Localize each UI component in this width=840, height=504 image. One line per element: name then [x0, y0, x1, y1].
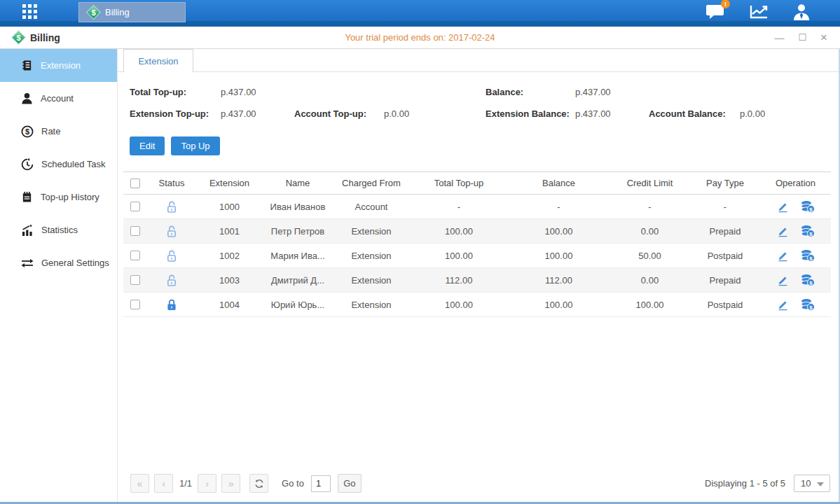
account-topup-label: Account Top-up: — [294, 103, 384, 125]
row-checkbox[interactable] — [130, 202, 140, 211]
billing-diamond-icon: $ — [88, 6, 99, 18]
lock-open-icon — [166, 274, 177, 286]
rate-icon: $ — [21, 125, 34, 138]
prev-page-button[interactable]: ‹ — [154, 474, 173, 493]
topup-icon[interactable]: $ — [801, 200, 815, 213]
sidebar-item-general-settings[interactable]: General Settings — [0, 246, 117, 279]
goto-page-input[interactable] — [311, 475, 331, 492]
apps-grid-icon[interactable] — [22, 4, 37, 19]
topup-icon[interactable]: $ — [801, 225, 815, 237]
balance-value: p.437.00 — [575, 81, 649, 103]
table-row: 1001 Петр Петров Extension 100.00 100.00… — [123, 219, 831, 244]
sidebar-item-label: Scheduled Task — [41, 159, 106, 169]
billing-title-diamond-icon: $ — [13, 31, 25, 43]
sidebar-item-statistics[interactable]: Statistics — [0, 214, 117, 246]
cell-pay-type: - — [690, 202, 760, 212]
row-checkbox[interactable] — [130, 226, 140, 236]
refresh-button[interactable] — [249, 474, 268, 493]
last-page-button[interactable]: » — [221, 474, 240, 493]
minimize-button[interactable]: — — [774, 33, 784, 43]
lock-open-icon — [166, 249, 177, 262]
svg-text:$: $ — [25, 127, 29, 136]
sidebar-item-label: Statistics — [41, 225, 78, 235]
notification-badge: ! — [721, 0, 730, 8]
billing-app-tab[interactable]: $ Billing — [78, 2, 186, 22]
cell-name: Петр Петров — [263, 226, 333, 237]
edit-icon[interactable] — [777, 225, 789, 237]
cell-extension: 1004 — [196, 300, 263, 310]
tab-extension[interactable]: Extension — [123, 49, 193, 72]
column-header-pay-type: Pay Type — [690, 178, 760, 188]
lock-closed-icon — [166, 298, 177, 311]
extension-balance-label: Extension Balance: — [486, 103, 575, 125]
cell-pay-type: Postpaid — [690, 300, 760, 310]
cell-extension: 1003 — [196, 275, 263, 286]
select-all-checkbox[interactable] — [130, 178, 140, 188]
cell-total-topup: - — [410, 202, 508, 212]
maximize-button[interactable]: ☐ — [798, 33, 806, 42]
edit-icon[interactable] — [777, 299, 789, 311]
lock-open-icon — [166, 200, 177, 213]
cell-extension: 1002 — [196, 251, 263, 261]
sidebar-item-label: Extension — [41, 60, 81, 71]
edit-icon[interactable] — [777, 201, 789, 213]
sidebar-item-rate[interactable]: $ Rate — [0, 115, 117, 148]
extension-topup-label: Extension Top-up: — [130, 103, 221, 125]
edit-icon[interactable] — [777, 274, 789, 286]
page-size-value: 10 — [801, 478, 811, 489]
balance-label: Balance: — [486, 81, 575, 103]
cell-total-topup: 100.00 — [410, 251, 508, 261]
window-title: Billing — [30, 32, 60, 43]
topup-icon[interactable]: $ — [801, 298, 815, 311]
edit-icon[interactable] — [777, 250, 789, 262]
svg-text:$: $ — [809, 206, 813, 213]
goto-label: Go to — [282, 478, 304, 489]
cell-charged-from: Extension — [333, 300, 410, 310]
refresh-icon — [254, 479, 264, 489]
cell-pay-type: Prepaid — [690, 275, 760, 286]
account-balance-value: p.0.00 — [740, 103, 813, 125]
cell-balance: 112.00 — [508, 275, 610, 286]
reports-chart-icon[interactable] — [749, 4, 769, 20]
cell-credit-limit: 0.00 — [610, 275, 690, 286]
row-checkbox[interactable] — [130, 275, 140, 285]
sidebar-item-label: Rate — [41, 126, 60, 136]
table-row: 1003 Дмитрий Д... Extension 112.00 112.0… — [123, 268, 831, 293]
topup-icon[interactable]: $ — [801, 274, 815, 286]
sidebar-item-account[interactable]: Account — [0, 82, 117, 115]
edit-button[interactable]: Edit — [130, 136, 165, 155]
sidebar-item-topup-history[interactable]: Top-up History — [0, 181, 117, 214]
svg-text:$: $ — [809, 255, 813, 262]
total-topup-value: p.437.00 — [221, 81, 294, 103]
cell-credit-limit: 100.00 — [610, 300, 690, 310]
cell-extension: 1000 — [196, 202, 263, 212]
page-size-select[interactable]: 10 — [794, 475, 830, 492]
next-page-button[interactable]: › — [198, 474, 216, 493]
top-up-button[interactable]: Top Up — [171, 136, 219, 155]
cell-extension: 1001 — [196, 226, 263, 237]
close-button[interactable]: × — [820, 31, 827, 43]
row-checkbox[interactable] — [130, 300, 140, 309]
user-account-icon[interactable] — [792, 4, 811, 20]
billing-summary: Total Top-up: p.437.00 Balance: p.437.00… — [118, 72, 840, 125]
row-checkbox[interactable] — [130, 251, 140, 260]
messages-icon[interactable]: ! — [705, 4, 725, 20]
go-button[interactable]: Go — [338, 474, 362, 493]
sidebar-item-extension[interactable]: Extension — [0, 49, 117, 82]
main-content: Extension Total Top-up: p.437.00 Balance… — [118, 49, 840, 502]
first-page-button[interactable]: « — [130, 474, 149, 493]
sidebar-item-label: Top-up History — [41, 192, 99, 202]
column-header-total-topup: Total Top-up — [410, 178, 508, 188]
table-row: 1004 Юрий Юрь... Extension 100.00 100.00… — [123, 293, 831, 317]
statistics-icon — [21, 224, 34, 237]
sidebar-item-scheduled-task[interactable]: Scheduled Task — [0, 148, 117, 181]
top-navigation-bar: $ Billing ! — [0, 0, 840, 27]
cell-charged-from: Account — [333, 202, 410, 212]
sidebar-item-label: Account — [41, 93, 74, 104]
cell-total-topup: 100.00 — [410, 300, 508, 310]
column-header-name: Name — [263, 178, 333, 188]
topup-icon[interactable]: $ — [801, 249, 815, 262]
cell-balance: 100.00 — [508, 300, 610, 310]
svg-text:$: $ — [809, 304, 813, 311]
sidebar-item-label: General Settings — [41, 258, 109, 268]
